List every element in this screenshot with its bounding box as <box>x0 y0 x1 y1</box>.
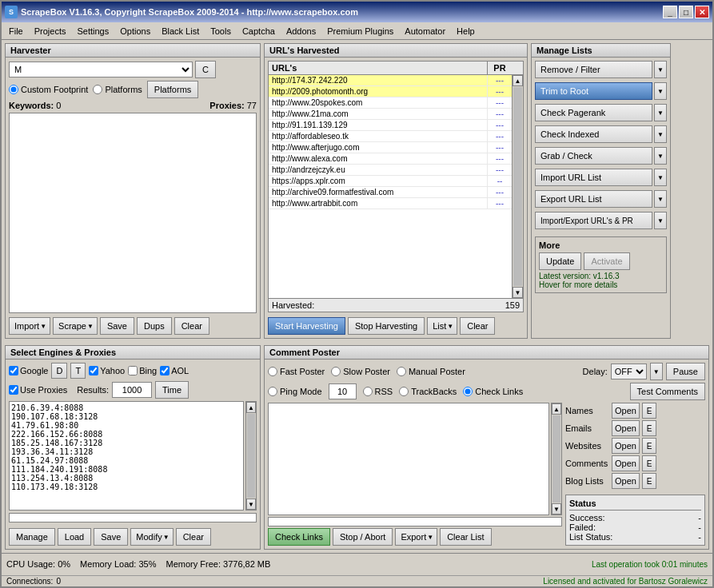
comment-vscrollbar[interactable]: ▲ ▼ <box>551 403 562 515</box>
trim-root-dropdown[interactable]: ▼ <box>654 82 667 100</box>
menu-addons[interactable]: Addons <box>281 25 321 38</box>
trim-to-root-button[interactable]: Trim to Root <box>535 82 652 100</box>
platforms-button[interactable]: Platforms <box>147 81 198 98</box>
comment-textarea[interactable] <box>268 403 549 515</box>
remove-filter-button[interactable]: Remove / Filter <box>535 61 652 78</box>
keywords-textarea[interactable] <box>9 113 257 313</box>
names-open-button[interactable]: Open <box>612 403 640 419</box>
harvester-clear-button[interactable]: Clear <box>174 317 209 335</box>
check-indexed-button[interactable]: Check Indexed <box>535 125 652 143</box>
remove-filter-dropdown[interactable]: ▼ <box>654 61 667 78</box>
maximize-button[interactable]: □ <box>679 6 693 18</box>
start-harvesting-button[interactable]: Start Harvesting <box>268 317 345 335</box>
websites-e-button[interactable]: E <box>642 438 656 454</box>
import-export-button[interactable]: Import/Export URL's & PR <box>535 212 652 229</box>
websites-open-button[interactable]: Open <box>612 438 640 454</box>
menu-captcha[interactable]: Captcha <box>237 25 281 38</box>
blog-lists-e-button[interactable]: E <box>642 473 656 489</box>
check-links-radio[interactable]: Check Links <box>463 387 523 396</box>
proxy-scroll-thumb[interactable] <box>247 414 255 498</box>
menu-automator[interactable]: Automator <box>399 25 451 38</box>
menu-file[interactable]: File <box>3 25 29 38</box>
c-button[interactable]: C <box>195 61 216 78</box>
comment-scroll-thumb[interactable] <box>552 415 560 503</box>
export-url-button[interactable]: Export URL List <box>535 190 652 208</box>
menu-settings[interactable]: Settings <box>71 25 114 38</box>
check-links-button[interactable]: Check Links <box>268 528 330 546</box>
google-check[interactable]: Google <box>9 366 48 375</box>
activate-button[interactable]: Activate <box>584 252 629 270</box>
scroll-thumb[interactable] <box>513 87 522 286</box>
import-export-dropdown[interactable]: ▼ <box>654 212 667 229</box>
engines-save-button[interactable]: Save <box>94 528 128 546</box>
custom-footprint-radio[interactable]: Custom Footprint <box>9 85 88 94</box>
comment-scroll-down[interactable]: ▼ <box>552 503 561 514</box>
import-url-dropdown[interactable]: ▼ <box>654 169 667 186</box>
emails-e-button[interactable]: E <box>642 420 656 436</box>
menu-options[interactable]: Options <box>114 25 156 38</box>
import-dropdown[interactable]: Import ▼ <box>9 317 50 335</box>
rss-radio[interactable]: RSS <box>363 387 393 396</box>
stop-harvesting-button[interactable]: Stop Harvesting <box>348 317 425 335</box>
harvester-save-button[interactable]: Save <box>100 317 134 335</box>
delay-select[interactable]: OFF <box>611 364 647 379</box>
export-dropdown[interactable]: Export ▼ <box>395 528 437 546</box>
urls-clear-button[interactable]: Clear <box>460 317 495 335</box>
list-dropdown[interactable]: List ▼ <box>427 317 457 335</box>
t-button[interactable]: T <box>70 363 86 379</box>
manage-button[interactable]: Manage <box>9 528 55 546</box>
bing-check[interactable]: Bing <box>128 366 157 375</box>
clear-list-button[interactable]: Clear List <box>440 528 491 546</box>
ping-mode-radio[interactable]: Ping Mode <box>268 387 322 396</box>
grab-check-dropdown[interactable]: ▼ <box>654 147 667 165</box>
import-url-button[interactable]: Import URL List <box>535 169 652 186</box>
proxy-list[interactable]: 210.6.39.4:8088190.107.68.18:312841.79.6… <box>9 401 244 511</box>
load-button[interactable]: Load <box>58 528 91 546</box>
results-input[interactable]: 1000 <box>112 382 152 398</box>
menu-blacklist[interactable]: Black List <box>156 25 205 38</box>
proxy-scroll-up[interactable]: ▲ <box>246 402 256 413</box>
proxy-hscrollbar[interactable] <box>9 513 257 522</box>
check-pagerank-dropdown[interactable]: ▼ <box>654 104 667 121</box>
proxy-scrollbar[interactable]: ▲ ▼ <box>245 401 257 511</box>
minimize-button[interactable]: _ <box>663 6 677 18</box>
check-indexed-dropdown[interactable]: ▼ <box>654 125 667 143</box>
scroll-down-btn[interactable]: ▼ <box>513 287 523 298</box>
delay-dropdown-arrow[interactable]: ▼ <box>650 363 663 380</box>
scroll-up-btn[interactable]: ▲ <box>513 75 523 86</box>
fast-poster-radio[interactable]: Fast Poster <box>268 367 325 376</box>
menu-help[interactable]: Help <box>451 25 481 38</box>
names-e-button[interactable]: E <box>642 403 656 419</box>
menu-tools[interactable]: Tools <box>205 25 237 38</box>
aol-check[interactable]: AOL <box>160 366 189 375</box>
pause-button[interactable]: Pause <box>666 363 705 380</box>
manual-poster-radio[interactable]: Manual Poster <box>397 367 465 376</box>
engines-clear-button[interactable]: Clear <box>176 528 211 546</box>
trackbacks-radio[interactable]: TrackBacks <box>399 387 457 396</box>
export-url-dropdown[interactable]: ▼ <box>654 190 667 208</box>
modify-dropdown[interactable]: Modify ▼ <box>130 528 173 546</box>
yahoo-check[interactable]: Yahoo <box>89 366 125 375</box>
proxy-scroll-down[interactable]: ▼ <box>246 499 256 510</box>
test-comments-button[interactable]: Test Comments <box>630 383 705 400</box>
emails-open-button[interactable]: Open <box>612 420 640 436</box>
update-button[interactable]: Update <box>539 252 581 270</box>
comments-e-button[interactable]: E <box>642 455 656 471</box>
ping-value-input[interactable] <box>329 383 357 399</box>
scrape-dropdown[interactable]: Scrape ▼ <box>53 317 98 335</box>
menu-premium[interactable]: Premium Plugins <box>321 25 399 38</box>
check-pagerank-button[interactable]: Check Pagerank <box>535 104 652 121</box>
comment-hscrollbar[interactable] <box>268 517 562 526</box>
use-proxies-check[interactable]: Use Proxies <box>9 385 67 395</box>
comments-open-button[interactable]: Open <box>612 455 640 471</box>
time-button[interactable]: Time <box>155 381 189 399</box>
harvester-dups-button[interactable]: Dups <box>137 317 172 335</box>
blog-lists-open-button[interactable]: Open <box>612 473 640 489</box>
close-button[interactable]: ✕ <box>695 6 709 18</box>
harvester-combo[interactable]: M <box>9 62 193 77</box>
grab-check-button[interactable]: Grab / Check <box>535 147 652 165</box>
d-button[interactable]: D <box>51 363 67 379</box>
stop-abort-button[interactable]: Stop / Abort <box>333 528 393 546</box>
slow-poster-radio[interactable]: Slow Poster <box>331 367 390 376</box>
comment-scroll-up[interactable]: ▲ <box>552 403 561 415</box>
